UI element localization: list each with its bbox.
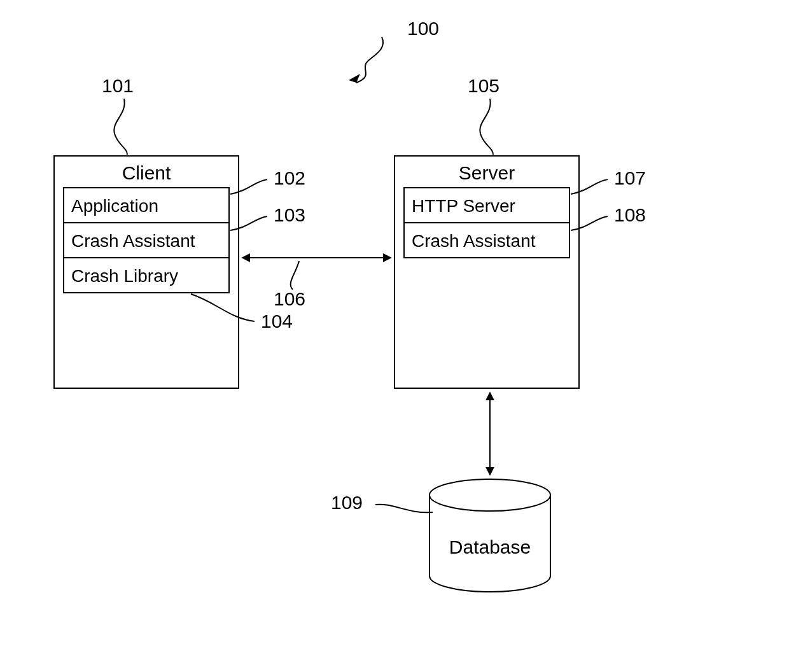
ref-106-label: 106	[274, 288, 305, 309]
crash-assistant-client-label: Crash Assistant	[71, 231, 195, 251]
client-title: Client	[122, 162, 171, 183]
ref-103-label: 103	[274, 204, 305, 225]
ref-107-label: 107	[614, 167, 646, 188]
application-label: Application	[71, 196, 158, 216]
server-title: Server	[459, 162, 515, 183]
ref-102: 102	[230, 167, 305, 194]
http-server-label: HTTP Server	[412, 196, 515, 216]
svg-point-0	[429, 479, 550, 511]
ref-104-label: 104	[261, 311, 293, 332]
ref-106: 106	[274, 261, 305, 309]
crash-library-label: Crash Library	[71, 266, 178, 286]
ref-109: 109	[331, 492, 433, 513]
ref-101-label: 101	[102, 75, 134, 96]
ref-108: 108	[571, 204, 646, 230]
ref-107: 107	[571, 167, 646, 194]
ref-105-label: 105	[468, 75, 499, 96]
system-diagram: Client Application Crash Assistant Crash…	[0, 0, 789, 672]
ref-101: 101	[102, 75, 134, 155]
ref-102-label: 102	[274, 167, 305, 188]
ref-103: 103	[230, 204, 305, 230]
ref-108-label: 108	[614, 204, 646, 225]
ref-100: 100	[349, 18, 439, 83]
ref-100-label: 100	[407, 18, 439, 39]
server-box	[394, 156, 579, 388]
database: Database	[429, 479, 550, 592]
crash-assistant-server-label: Crash Assistant	[412, 231, 536, 251]
database-label: Database	[449, 536, 531, 557]
ref-105: 105	[468, 75, 499, 155]
ref-109-label: 109	[331, 492, 363, 513]
